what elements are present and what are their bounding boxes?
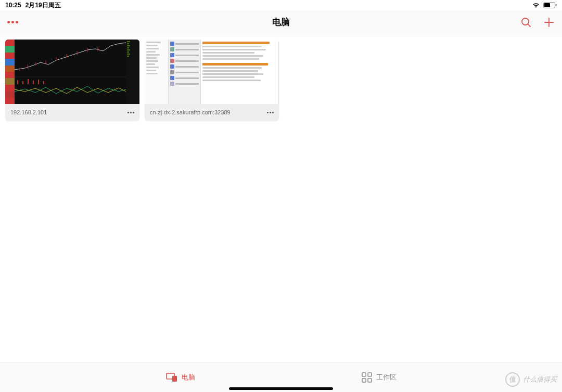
computer-icon [166, 373, 177, 382]
svg-rect-29 [368, 378, 372, 382]
svg-rect-28 [362, 378, 366, 382]
computer-address: cn-zj-dx-2.sakurafrp.com:32389 [150, 109, 231, 115]
tab-label: 电脑 [182, 373, 195, 382]
tab-bar: 电脑 工作区 [0, 362, 562, 392]
card-more-button[interactable] [267, 112, 274, 113]
computer-thumbnail [145, 40, 279, 104]
computer-card[interactable]: ▮▮▮▮▮▮▮▮▮▮▮▮▮▮▮▮▮▮▮▮ 192.168.2.101 [5, 40, 139, 121]
svg-rect-2 [556, 4, 557, 7]
menu-more-button[interactable] [7, 21, 18, 23]
svg-rect-25 [172, 376, 177, 382]
computer-card[interactable]: cn-zj-dx-2.sakurafrp.com:32389 [145, 40, 279, 121]
tab-workspaces[interactable]: 工作区 [362, 372, 397, 383]
nav-bar: 电脑 [0, 10, 562, 34]
battery-icon [543, 2, 557, 8]
status-date: 2月19日周五 [25, 1, 61, 10]
svg-rect-22 [38, 80, 39, 84]
svg-line-4 [528, 24, 531, 27]
computer-address: 192.168.2.101 [10, 109, 47, 115]
watermark: 值 什么值得买 [505, 372, 557, 387]
search-button[interactable] [520, 17, 532, 28]
card-more-button[interactable] [127, 112, 134, 113]
add-button[interactable] [543, 17, 555, 28]
svg-rect-20 [28, 79, 29, 84]
watermark-badge: 值 [505, 372, 520, 387]
wifi-icon [532, 2, 540, 8]
svg-rect-18 [17, 80, 18, 84]
tab-label: 工作区 [376, 373, 397, 382]
svg-rect-19 [22, 81, 23, 84]
page-title: 电脑 [272, 16, 290, 28]
tab-computers[interactable]: 电脑 [166, 373, 195, 382]
home-indicator[interactable] [229, 387, 333, 390]
svg-rect-7 [15, 40, 126, 104]
computer-thumbnail: ▮▮▮▮▮▮▮▮▮▮▮▮▮▮▮▮▮▮▮▮ [5, 40, 139, 104]
svg-rect-27 [368, 373, 372, 376]
status-time: 10:25 [5, 2, 21, 9]
workspace-icon [362, 372, 372, 383]
svg-rect-1 [544, 3, 550, 7]
watermark-text: 什么值得买 [523, 375, 557, 384]
svg-rect-23 [43, 81, 44, 84]
svg-rect-21 [33, 81, 34, 84]
computers-grid: ▮▮▮▮▮▮▮▮▮▮▮▮▮▮▮▮▮▮▮▮ 192.168.2.101 [0, 34, 562, 362]
svg-rect-26 [362, 373, 366, 376]
status-bar: 10:25 2月19日周五 [0, 0, 562, 10]
